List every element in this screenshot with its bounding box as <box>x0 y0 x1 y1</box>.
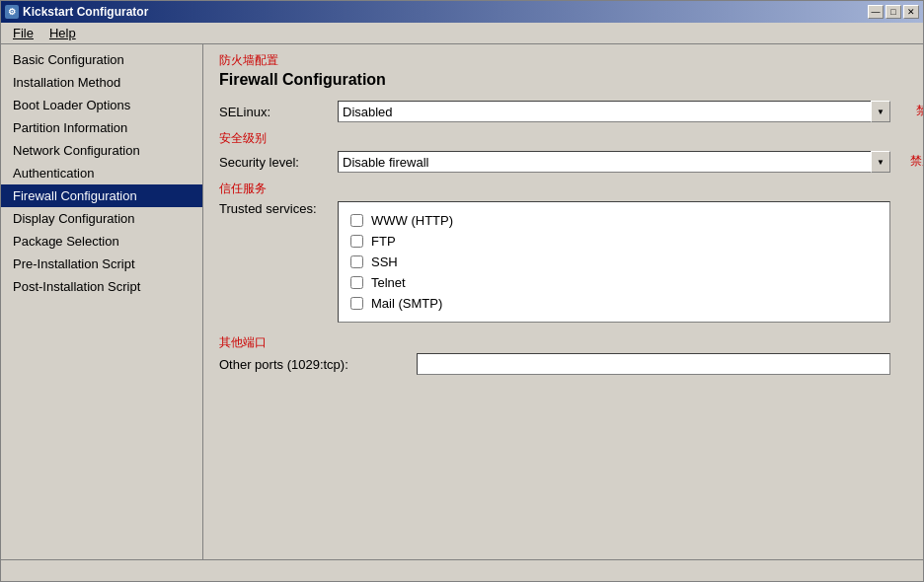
sidebar-item-display-configuration[interactable]: Display Configuration <box>1 207 202 230</box>
trusted-cn-label: 信任服务 <box>219 182 267 195</box>
security-cn-annotation: 禁用防火墙 <box>910 153 923 170</box>
service-mail: Mail (SMTP) <box>350 293 878 314</box>
sidebar: Basic Configuration Installation Method … <box>1 44 203 559</box>
status-bar <box>1 559 923 581</box>
label-ssh: SSH <box>371 255 398 269</box>
selinux-select[interactable]: Disabled Enforcing Permissive <box>338 101 890 122</box>
service-telnet: Telnet <box>350 272 878 293</box>
sidebar-item-basic-configuration[interactable]: Basic Configuration <box>1 48 202 71</box>
title-bar-left: ⚙ Kickstart Configurator <box>5 5 148 19</box>
other-ports-section: 其他端口 Other ports (1029:tcp): <box>219 334 907 375</box>
security-row: Security level: Disable firewall Enable … <box>219 151 907 173</box>
maximize-button[interactable]: □ <box>886 5 901 19</box>
security-cn-row: 安全级别 <box>219 130 907 147</box>
main-window: ⚙ Kickstart Configurator — □ ✕ File Help… <box>0 0 924 582</box>
security-label: Security level: <box>219 155 338 170</box>
checkbox-ftp[interactable] <box>350 235 363 248</box>
label-www: WWW (HTTP) <box>371 213 453 228</box>
trusted-services-group: WWW (HTTP) FTP SSH Telnet <box>338 201 890 323</box>
checkbox-mail[interactable] <box>350 297 363 310</box>
other-ports-label: Other ports (1029:tcp): <box>219 357 417 372</box>
sidebar-item-installation-method[interactable]: Installation Method <box>1 71 202 94</box>
trusted-section: Trusted services: WWW (HTTP) FTP SSH <box>219 201 907 323</box>
sidebar-item-post-installation-script[interactable]: Post-Installation Script <box>1 275 202 298</box>
menu-bar: File Help <box>1 23 923 44</box>
sidebar-item-authentication[interactable]: Authentication <box>1 162 202 184</box>
window-title: Kickstart Configurator <box>23 5 148 19</box>
service-ftp: FTP <box>350 231 878 252</box>
sidebar-item-partition-information[interactable]: Partition Information <box>1 116 202 139</box>
selinux-label: SELinux: <box>219 105 338 119</box>
title-controls: — □ ✕ <box>868 5 919 19</box>
sidebar-item-boot-loader-options[interactable]: Boot Loader Options <box>1 94 202 116</box>
security-cn-label: 安全级别 <box>219 131 267 145</box>
menu-help[interactable]: Help <box>41 24 84 42</box>
label-mail: Mail (SMTP) <box>371 296 442 311</box>
sidebar-item-firewall-configuration[interactable]: Firewall Configuration <box>1 184 202 207</box>
checkbox-telnet[interactable] <box>350 276 363 289</box>
section-title-cn: 防火墙配置 <box>219 52 907 69</box>
label-telnet: Telnet <box>371 275 406 290</box>
menu-file[interactable]: File <box>5 24 41 42</box>
minimize-button[interactable]: — <box>868 5 884 19</box>
service-www: WWW (HTTP) <box>350 210 878 231</box>
trusted-label: Trusted services: <box>219 201 338 323</box>
security-select[interactable]: Disable firewall Enable firewall <box>338 151 890 173</box>
checkbox-ssh[interactable] <box>350 255 363 268</box>
security-select-wrapper: Disable firewall Enable firewall ▼ 禁用防火墙 <box>338 151 890 173</box>
main-content: Basic Configuration Installation Method … <box>1 44 923 559</box>
sidebar-item-package-selection[interactable]: Package Selection <box>1 230 202 253</box>
other-ports-row: Other ports (1029:tcp): <box>219 353 907 375</box>
other-ports-cn: 其他端口 <box>219 334 907 351</box>
close-button[interactable]: ✕ <box>903 5 919 19</box>
service-ssh: SSH <box>350 252 878 272</box>
selinux-cn-label: 禁用 <box>916 103 923 119</box>
section-title-en: Firewall Configuration <box>219 71 907 89</box>
sidebar-item-network-configuration[interactable]: Network Configuration <box>1 139 202 162</box>
sidebar-item-pre-installation-script[interactable]: Pre-Installation Script <box>1 253 202 275</box>
other-ports-input[interactable] <box>417 353 890 375</box>
selinux-select-wrapper: Disabled Enforcing Permissive ▼ 禁用 <box>338 101 890 122</box>
trusted-cn-row: 信任服务 <box>219 181 907 197</box>
checkbox-www[interactable] <box>350 214 363 227</box>
app-icon: ⚙ <box>5 5 19 19</box>
label-ftp: FTP <box>371 234 396 249</box>
content-area: 防火墙配置 Firewall Configuration SELinux: Di… <box>203 44 923 559</box>
selinux-row: SELinux: Disabled Enforcing Permissive ▼… <box>219 101 907 122</box>
title-bar: ⚙ Kickstart Configurator — □ ✕ <box>1 1 923 23</box>
